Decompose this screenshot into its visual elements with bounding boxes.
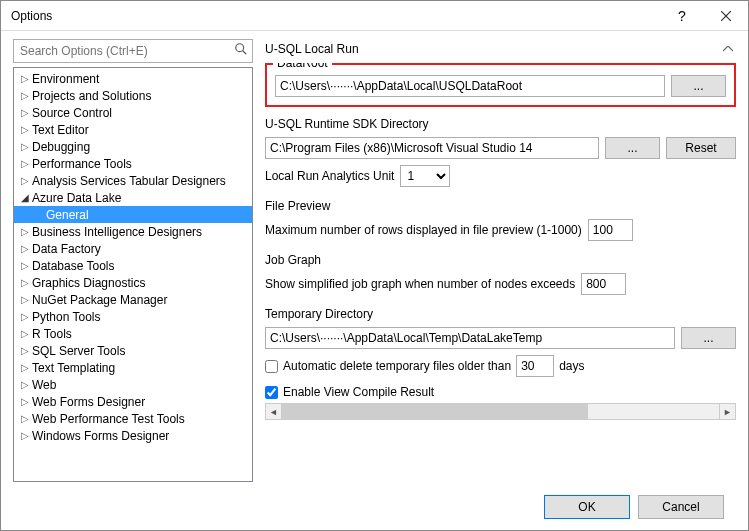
tree-item-label: Python Tools bbox=[32, 310, 101, 324]
tempdir-label: Temporary Directory bbox=[265, 307, 736, 321]
tree-item-label: Debugging bbox=[32, 140, 90, 154]
category-tree[interactable]: ▷Environment▷Projects and Solutions▷Sour… bbox=[13, 67, 253, 482]
scroll-left-arrow[interactable]: ◄ bbox=[265, 403, 282, 420]
chevron-down-icon: ◢ bbox=[18, 192, 32, 203]
search-icon bbox=[234, 42, 248, 59]
tree-item-azure-data-lake[interactable]: ◢Azure Data Lake bbox=[14, 189, 252, 206]
auto-delete-days-input[interactable] bbox=[516, 355, 554, 377]
preview-section: File Preview Maximum number of rows disp… bbox=[265, 199, 736, 241]
tree-item-label: Performance Tools bbox=[32, 157, 132, 171]
chevron-right-icon: ▷ bbox=[18, 311, 32, 322]
preview-rows-input[interactable] bbox=[588, 219, 633, 241]
tree-item-data-factory[interactable]: ▷Data Factory bbox=[14, 240, 252, 257]
group-dataroot: DataRoot ... bbox=[265, 63, 736, 107]
chevron-right-icon: ▷ bbox=[18, 175, 32, 186]
tree-item-nuget-package-manager[interactable]: ▷NuGet Package Manager bbox=[14, 291, 252, 308]
section-title: U-SQL Local Run bbox=[265, 42, 720, 56]
tree-item-web[interactable]: ▷Web bbox=[14, 376, 252, 393]
scroll-track[interactable] bbox=[282, 403, 719, 420]
tree-item-windows-forms-designer[interactable]: ▷Windows Forms Designer bbox=[14, 427, 252, 444]
tempdir-input[interactable] bbox=[265, 327, 675, 349]
tree-item-text-editor[interactable]: ▷Text Editor bbox=[14, 121, 252, 138]
chevron-right-icon: ▷ bbox=[18, 107, 32, 118]
tree-item-database-tools[interactable]: ▷Database Tools bbox=[14, 257, 252, 274]
runtime-browse-button[interactable]: ... bbox=[605, 137, 660, 159]
tempdir-section: Temporary Directory ... Automatic delete… bbox=[265, 307, 736, 377]
chevron-right-icon: ▷ bbox=[18, 158, 32, 169]
title-bar: Options ? bbox=[1, 1, 748, 31]
jobgraph-nodes-input[interactable] bbox=[581, 273, 626, 295]
help-button[interactable]: ? bbox=[660, 1, 704, 31]
tree-item-general[interactable]: General bbox=[14, 206, 252, 223]
runtime-input[interactable] bbox=[265, 137, 599, 159]
tree-item-label: Data Factory bbox=[32, 242, 101, 256]
auto-delete-checkbox[interactable] bbox=[265, 360, 278, 373]
tree-item-graphics-diagnostics[interactable]: ▷Graphics Diagnostics bbox=[14, 274, 252, 291]
tree-item-label: SQL Server Tools bbox=[32, 344, 125, 358]
chevron-right-icon: ▷ bbox=[18, 124, 32, 135]
tree-item-label: Windows Forms Designer bbox=[32, 429, 169, 443]
tree-item-r-tools[interactable]: ▷R Tools bbox=[14, 325, 252, 342]
chevron-right-icon: ▷ bbox=[18, 328, 32, 339]
tree-item-label: Azure Data Lake bbox=[32, 191, 121, 205]
tree-item-business-intelligence-designers[interactable]: ▷Business Intelligence Designers bbox=[14, 223, 252, 240]
runtime-label: U-SQL Runtime SDK Directory bbox=[265, 117, 736, 131]
tempdir-browse-button[interactable]: ... bbox=[681, 327, 736, 349]
tree-item-python-tools[interactable]: ▷Python Tools bbox=[14, 308, 252, 325]
close-button[interactable] bbox=[704, 1, 748, 31]
tree-item-text-templating[interactable]: ▷Text Templating bbox=[14, 359, 252, 376]
cancel-button[interactable]: Cancel bbox=[638, 495, 724, 519]
tree-item-debugging[interactable]: ▷Debugging bbox=[14, 138, 252, 155]
chevron-right-icon: ▷ bbox=[18, 413, 32, 424]
preview-row-text: Maximum number of rows displayed in file… bbox=[265, 223, 582, 237]
chevron-right-icon: ▷ bbox=[18, 430, 32, 441]
chevron-right-icon: ▷ bbox=[18, 396, 32, 407]
tree-item-label: Source Control bbox=[32, 106, 112, 120]
tree-item-label: Projects and Solutions bbox=[32, 89, 151, 103]
enable-view-compile-checkbox[interactable] bbox=[265, 386, 278, 399]
tree-item-projects-and-solutions[interactable]: ▷Projects and Solutions bbox=[14, 87, 252, 104]
tree-item-web-performance-test-tools[interactable]: ▷Web Performance Test Tools bbox=[14, 410, 252, 427]
tree-item-label: Text Templating bbox=[32, 361, 115, 375]
chevron-right-icon: ▷ bbox=[18, 294, 32, 305]
tree-item-analysis-services-tabular-designers[interactable]: ▷Analysis Services Tabular Designers bbox=[14, 172, 252, 189]
dataroot-input[interactable] bbox=[275, 75, 665, 97]
chevron-right-icon: ▷ bbox=[18, 90, 32, 101]
tree-item-label: Analysis Services Tabular Designers bbox=[32, 174, 226, 188]
analytics-unit-select[interactable]: 1 bbox=[400, 165, 450, 187]
tree-item-label: Web Forms Designer bbox=[32, 395, 145, 409]
chevron-right-icon: ▷ bbox=[18, 379, 32, 390]
tree-item-label: Web Performance Test Tools bbox=[32, 412, 185, 426]
horizontal-scrollbar[interactable]: ◄ ► bbox=[265, 403, 736, 420]
enable-view-compile-label: Enable View Compile Result bbox=[283, 385, 434, 399]
tree-item-label: NuGet Package Manager bbox=[32, 293, 167, 307]
auto-delete-text-pre: Automatic delete temporary files older t… bbox=[283, 359, 511, 373]
jobgraph-section: Job Graph Show simplified job graph when… bbox=[265, 253, 736, 295]
scroll-thumb[interactable] bbox=[282, 404, 588, 419]
tree-item-label: Business Intelligence Designers bbox=[32, 225, 202, 239]
tree-item-label: Database Tools bbox=[32, 259, 115, 273]
ok-button[interactable]: OK bbox=[544, 495, 630, 519]
tree-item-source-control[interactable]: ▷Source Control bbox=[14, 104, 252, 121]
tree-item-performance-tools[interactable]: ▷Performance Tools bbox=[14, 155, 252, 172]
tree-item-label: Environment bbox=[32, 72, 99, 86]
svg-point-2 bbox=[236, 44, 244, 52]
scroll-right-arrow[interactable]: ► bbox=[719, 403, 736, 420]
chevron-right-icon: ▷ bbox=[18, 73, 32, 84]
tree-item-label: Web bbox=[32, 378, 56, 392]
runtime-reset-button[interactable]: Reset bbox=[666, 137, 736, 159]
chevron-right-icon: ▷ bbox=[18, 226, 32, 237]
dataroot-browse-button[interactable]: ... bbox=[671, 75, 726, 97]
window-title: Options bbox=[1, 9, 660, 23]
chevron-right-icon: ▷ bbox=[18, 362, 32, 373]
chevron-right-icon: ▷ bbox=[18, 141, 32, 152]
tree-item-sql-server-tools[interactable]: ▷SQL Server Tools bbox=[14, 342, 252, 359]
tree-item-web-forms-designer[interactable]: ▷Web Forms Designer bbox=[14, 393, 252, 410]
tree-item-label: Graphics Diagnostics bbox=[32, 276, 145, 290]
search-box[interactable] bbox=[13, 39, 253, 63]
search-input[interactable] bbox=[13, 39, 253, 63]
collapse-section-button[interactable] bbox=[720, 41, 736, 57]
analytics-unit-label: Local Run Analytics Unit bbox=[265, 169, 394, 183]
tree-item-environment[interactable]: ▷Environment bbox=[14, 70, 252, 87]
chevron-right-icon: ▷ bbox=[18, 277, 32, 288]
